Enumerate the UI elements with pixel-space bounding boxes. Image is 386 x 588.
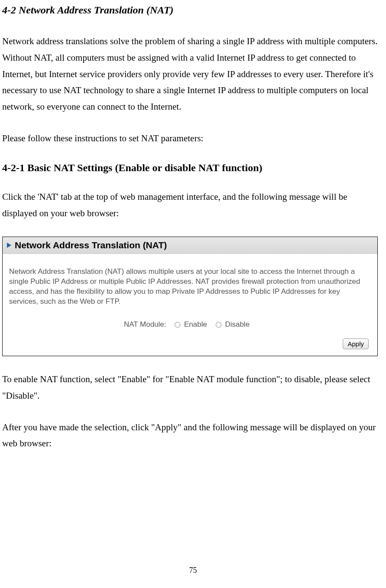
triangle-icon: [7, 243, 11, 248]
apply-instruction-paragraph: After you have made the selection, click…: [2, 419, 384, 452]
page-number: 75: [0, 566, 386, 575]
panel-title: Network Address Translation (NAT): [15, 240, 167, 250]
intro-paragraph-2: Please follow these instructions to set …: [2, 130, 384, 147]
panel-description: Network Address Translation (NAT) allows…: [9, 267, 371, 307]
intro-paragraph-1: Network address translations solve the p…: [2, 33, 384, 115]
disable-option[interactable]: Disable: [216, 320, 250, 328]
disable-radio[interactable]: [216, 322, 221, 328]
subsection-heading: 4-2-1 Basic NAT Settings (Enable or disa…: [2, 162, 384, 174]
panel-body: Network Address Translation (NAT) allows…: [3, 254, 377, 356]
enable-instruction-paragraph: To enable NAT function, select "Enable" …: [2, 371, 384, 404]
disable-label: Disable: [225, 320, 250, 328]
apply-button[interactable]: Apply: [343, 338, 369, 349]
nat-module-row: NAT Module: Enable Disable: [9, 320, 371, 330]
panel-header: Network Address Translation (NAT): [3, 237, 377, 254]
section-heading: 4-2 Network Address Translation (NAT): [2, 4, 384, 16]
nat-screenshot-panel: Network Address Translation (NAT) Networ…: [2, 237, 378, 356]
enable-option[interactable]: Enable: [175, 320, 209, 328]
nat-module-label: NAT Module:: [124, 320, 166, 328]
instruction-paragraph: Click the 'NAT' tab at the top of web ma…: [2, 189, 384, 222]
enable-radio[interactable]: [175, 322, 180, 328]
enable-label: Enable: [184, 320, 207, 328]
apply-row: Apply: [9, 338, 371, 349]
